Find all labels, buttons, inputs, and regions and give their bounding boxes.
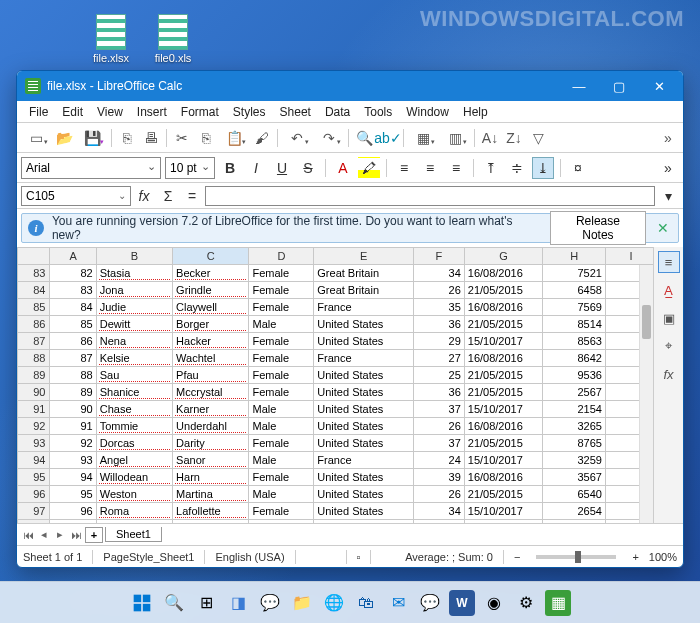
cell[interactable]: United States bbox=[314, 435, 414, 452]
export-pdf-button[interactable]: ⎘ bbox=[116, 127, 138, 149]
menu-help[interactable]: Help bbox=[457, 103, 494, 121]
cell[interactable]: 6458 bbox=[543, 282, 606, 299]
table-row[interactable]: 9796RomaLafolletteFemaleUnited States341… bbox=[18, 503, 654, 520]
menu-tools[interactable]: Tools bbox=[358, 103, 398, 121]
column-button[interactable]: ▥ bbox=[440, 127, 470, 149]
new-button[interactable]: ▭ bbox=[21, 127, 51, 149]
add-sheet-button[interactable]: + bbox=[85, 527, 103, 543]
cell[interactable]: Underdahl bbox=[173, 418, 249, 435]
cell[interactable]: 8563 bbox=[543, 333, 606, 350]
row-head[interactable]: 87 bbox=[18, 333, 50, 350]
zoom-in-button[interactable]: + bbox=[632, 551, 638, 563]
menu-insert[interactable]: Insert bbox=[131, 103, 173, 121]
cell[interactable]: 15/10/2017 bbox=[464, 333, 543, 350]
cell[interactable]: Female bbox=[249, 265, 314, 282]
cell[interactable]: 16/08/2016 bbox=[464, 265, 543, 282]
teams-icon[interactable]: 💬 bbox=[257, 590, 283, 616]
cell[interactable]: 28 bbox=[413, 520, 464, 524]
widgets-icon[interactable]: ◨ bbox=[225, 590, 251, 616]
cell[interactable]: 35 bbox=[413, 299, 464, 316]
cell[interactable]: 16/08/2016 bbox=[464, 520, 543, 524]
cut-button[interactable]: ✂ bbox=[171, 127, 193, 149]
font-name-combo[interactable]: Arial bbox=[21, 157, 161, 179]
cell[interactable]: Borger bbox=[173, 316, 249, 333]
sidebar-functions-icon[interactable]: fx bbox=[658, 363, 680, 385]
column-header-row[interactable]: A B C D E F G H I bbox=[18, 248, 654, 265]
cell[interactable]: 83 bbox=[50, 282, 96, 299]
minimize-button[interactable]: — bbox=[559, 71, 599, 101]
cell[interactable]: 90 bbox=[50, 401, 96, 418]
cell[interactable]: 36 bbox=[413, 384, 464, 401]
cell[interactable]: Female bbox=[249, 299, 314, 316]
tab-next-button[interactable]: ▸ bbox=[53, 528, 67, 541]
edge-icon[interactable]: 🌐 bbox=[321, 590, 347, 616]
cell[interactable]: 8642 bbox=[543, 350, 606, 367]
formula-input[interactable] bbox=[205, 186, 655, 206]
menu-data[interactable]: Data bbox=[319, 103, 356, 121]
cell[interactable]: 6525 bbox=[543, 520, 606, 524]
cell[interactable]: 9536 bbox=[543, 367, 606, 384]
sidebar-properties-icon[interactable]: ≡ bbox=[658, 251, 680, 273]
messenger-icon[interactable]: 💬 bbox=[417, 590, 443, 616]
titlebar[interactable]: file.xlsx - LibreOffice Calc — ▢ ✕ bbox=[17, 71, 683, 101]
cell[interactable]: United States bbox=[314, 520, 414, 524]
cell[interactable]: 39 bbox=[413, 469, 464, 486]
cell[interactable]: Harn bbox=[173, 469, 249, 486]
cell[interactable]: Female bbox=[249, 282, 314, 299]
cell[interactable]: 95 bbox=[50, 486, 96, 503]
table-row[interactable]: 9695WestonMartinaMaleUnited States2621/0… bbox=[18, 486, 654, 503]
sidebar-navigator-icon[interactable]: ⌖ bbox=[658, 335, 680, 357]
cell[interactable]: 26 bbox=[413, 486, 464, 503]
mail-icon[interactable]: ✉ bbox=[385, 590, 411, 616]
row-head[interactable]: 89 bbox=[18, 367, 50, 384]
cell[interactable]: United States bbox=[314, 418, 414, 435]
close-button[interactable]: ✕ bbox=[639, 71, 679, 101]
row-head[interactable]: 92 bbox=[18, 418, 50, 435]
cell[interactable]: Stasia bbox=[96, 265, 172, 282]
cell[interactable]: Grindle bbox=[173, 282, 249, 299]
fmt-overflow-button[interactable]: » bbox=[657, 157, 679, 179]
cell[interactable]: Mccrystal bbox=[173, 384, 249, 401]
row-head[interactable]: 93 bbox=[18, 435, 50, 452]
menu-window[interactable]: Window bbox=[400, 103, 455, 121]
valign-middle-button[interactable]: ≑ bbox=[506, 157, 528, 179]
sort-desc-button[interactable]: Z↓ bbox=[503, 127, 525, 149]
cell[interactable]: 29 bbox=[413, 333, 464, 350]
table-row[interactable]: 8786NenaHackerFemaleUnited States2915/10… bbox=[18, 333, 654, 350]
cell[interactable]: Great Britain bbox=[314, 265, 414, 282]
cell[interactable]: United States bbox=[314, 384, 414, 401]
tab-prev-button[interactable]: ◂ bbox=[37, 528, 51, 541]
cell[interactable]: 85 bbox=[50, 316, 96, 333]
cell[interactable]: Wachtel bbox=[173, 350, 249, 367]
find-button[interactable]: 🔍 bbox=[353, 127, 375, 149]
table-row[interactable]: 8584JudieClaywellFemaleFrance3516/08/201… bbox=[18, 299, 654, 316]
cell[interactable]: Darity bbox=[173, 435, 249, 452]
cell[interactable]: 84 bbox=[50, 299, 96, 316]
row-head[interactable]: 96 bbox=[18, 486, 50, 503]
formula-button[interactable]: = bbox=[181, 185, 203, 207]
status-avg-sum[interactable]: Average: ; Sum: 0 bbox=[405, 551, 493, 563]
cell[interactable]: Female bbox=[249, 469, 314, 486]
row-head[interactable]: 84 bbox=[18, 282, 50, 299]
cell[interactable]: Female bbox=[249, 520, 314, 524]
table-row[interactable]: 9392DorcasDarityFemaleUnited States3721/… bbox=[18, 435, 654, 452]
cell[interactable]: Roma bbox=[96, 503, 172, 520]
cell[interactable]: 16/08/2016 bbox=[464, 350, 543, 367]
cell[interactable]: Weston bbox=[96, 486, 172, 503]
cell[interactable]: 2154 bbox=[543, 401, 606, 418]
toolbar-overflow-button[interactable]: » bbox=[657, 127, 679, 149]
sidebar-gallery-icon[interactable]: ▣ bbox=[658, 307, 680, 329]
table-row[interactable]: 9089ShaniceMccrystalFemaleUnited States3… bbox=[18, 384, 654, 401]
infobar-close-button[interactable]: ✕ bbox=[654, 220, 672, 236]
table-row[interactable]: 9493AngelSanorMaleFrance2415/10/20173259 bbox=[18, 452, 654, 469]
cell[interactable]: Kelsie bbox=[96, 350, 172, 367]
cell[interactable]: Judie bbox=[96, 299, 172, 316]
cell[interactable]: United States bbox=[314, 401, 414, 418]
cell[interactable]: Shanice bbox=[96, 384, 172, 401]
cell[interactable]: Male bbox=[249, 401, 314, 418]
font-size-combo[interactable]: 10 pt bbox=[165, 157, 215, 179]
cell[interactable]: 21/05/2015 bbox=[464, 435, 543, 452]
cell[interactable]: 96 bbox=[50, 503, 96, 520]
paste-button[interactable]: 📋 bbox=[219, 127, 249, 149]
fx-wizard-button[interactable]: fx bbox=[133, 185, 155, 207]
